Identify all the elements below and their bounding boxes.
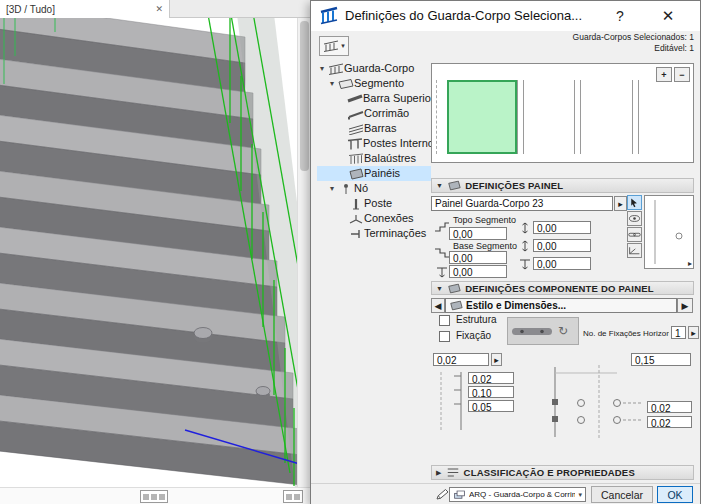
thickness-flyout-icon[interactable]: ▸	[491, 353, 502, 366]
link-button[interactable]	[627, 227, 642, 242]
topo-segmento-field[interactable]: 0,00	[449, 227, 507, 240]
remove-icon[interactable]: −	[674, 67, 690, 82]
fixings-count-label: No. de Fixações Horizontalme...	[583, 329, 669, 338]
panel-slots	[436, 80, 689, 154]
collapse-icon: ▼	[436, 285, 443, 292]
rails-icon	[347, 123, 364, 135]
section-title: DEFINIÇÕES PAINEL	[465, 180, 563, 191]
axis-icon	[628, 245, 641, 256]
tree-item-barras[interactable]: Barras	[317, 121, 431, 136]
add-icon[interactable]: +	[656, 67, 672, 82]
scroll-corner-fragment[interactable]	[283, 490, 303, 503]
panel-type-flyout-icon[interactable]: ▸	[614, 196, 627, 211]
tree-item-segmento[interactable]: ▾ Segmento	[317, 76, 431, 91]
panel-slot[interactable]	[581, 80, 631, 154]
tree-item-conexoes[interactable]: Conexões	[317, 211, 431, 226]
section-header-classification[interactable]: ▶ CLASSIFICAÇÃO E PROPRIEDADES	[431, 465, 694, 480]
terminations-icon	[347, 228, 364, 240]
section-title: CLASSIFICAÇÃO E PROPRIEDADES	[464, 467, 635, 478]
close-button[interactable]: ✕	[655, 3, 681, 29]
3d-viewport[interactable]: [3D / Tudo] ✕	[0, 0, 310, 504]
layers-icon	[453, 490, 466, 500]
panel-thickness-field[interactable]: 0,02	[433, 353, 489, 366]
tree-item-terminacoes[interactable]: Terminações	[317, 226, 431, 241]
next-style-icon[interactable]: ▶	[677, 298, 693, 313]
railing-icon	[327, 63, 344, 75]
topo-segmento-label: Topo Segmento	[453, 215, 516, 225]
tree-item-postes-internos[interactable]: Postes Internos	[317, 136, 431, 151]
panel-type-combo[interactable]: Painel Guarda-Corpo 23	[431, 196, 613, 211]
dim-a-field[interactable]: 0,02	[468, 372, 514, 384]
panel-offset-field-2[interactable]: 0,00	[533, 239, 591, 252]
dim-b-field[interactable]: 0,10	[468, 386, 514, 398]
offset-field[interactable]: 0,00	[449, 265, 507, 278]
expander-icon[interactable]: ▾	[327, 76, 337, 91]
post-icon	[347, 198, 364, 210]
tab-close-icon[interactable]: ✕	[151, 4, 163, 14]
tree-item-no[interactable]: ▾ Nó	[317, 181, 431, 196]
reload-icon[interactable]: ↻	[558, 324, 568, 338]
segment-preview[interactable]: + −	[431, 63, 694, 163]
expander-icon[interactable]: ▾	[327, 181, 337, 196]
panel-icon	[347, 168, 364, 180]
viewport-vertical-scrollbar[interactable]	[297, 18, 310, 487]
segment-top-icon	[434, 221, 450, 233]
panel-offset-field-3[interactable]: 0,00	[533, 257, 591, 270]
fixings-count-field[interactable]: 1	[671, 326, 686, 339]
dropdown-icon: ▾	[341, 42, 345, 50]
tree-item-balaustres[interactable]: Balaústres	[317, 151, 431, 166]
style-selector-label: Estilo e Dimensões...	[466, 300, 566, 311]
viewport-tab-label: [3D / Tudo]	[6, 4, 151, 15]
tree-item-corrimao[interactable]: Corrimão	[317, 106, 431, 121]
favorites-button[interactable]: ▾	[319, 36, 349, 56]
editable-count: Editável: 1	[573, 43, 694, 54]
estrutura-checkbox[interactable]	[439, 315, 450, 326]
tree-item-label: Poste	[364, 196, 392, 211]
link-icon	[628, 229, 641, 240]
tree-item-label: Barra Superior	[363, 91, 435, 106]
select-mode-button[interactable]	[627, 195, 642, 210]
base-segmento-field[interactable]: 0,00	[449, 251, 507, 264]
section-header-component-settings[interactable]: ▼ DEFINIÇÕES COMPONENTE DO PAINEL	[431, 281, 694, 295]
prev-style-icon[interactable]: ◀	[431, 298, 445, 313]
height-dim-icon	[517, 240, 533, 252]
viewport-tab[interactable]: [3D / Tudo] ✕	[0, 0, 170, 18]
cancel-button[interactable]: Cancelar	[591, 486, 653, 503]
estrutura-label: Estrutura	[456, 314, 497, 325]
dim-c-field[interactable]: 0,05	[468, 400, 514, 412]
tree-item-barra-superior[interactable]: Barra Superior	[317, 91, 431, 106]
tree-item-paineis[interactable]: Painéis	[317, 166, 431, 181]
selected-panel-slot[interactable]	[447, 80, 517, 154]
layer-value: ARQ - Guarda-Corpo & Corrimão	[469, 490, 575, 499]
tree-item-label: Postes Internos	[363, 136, 439, 151]
panel-icon	[447, 180, 461, 191]
tree-item-guarda-corpo[interactable]: ▾ Guarda-Corpo	[317, 61, 431, 76]
ok-button[interactable]: OK	[657, 486, 693, 503]
preview-flyout-icon[interactable]: ▸	[688, 259, 692, 268]
cursor-icon	[628, 197, 641, 208]
dialog-title-bar[interactable]: Definições do Guarda-Corpo Seleciona... …	[311, 1, 700, 31]
fixacao-checkbox[interactable]	[439, 331, 450, 342]
inner-posts-icon	[347, 138, 363, 150]
dim-r1-field[interactable]: 0,02	[647, 401, 692, 413]
section-header-panel-settings[interactable]: ▼ DEFINIÇÕES PAINEL	[431, 178, 694, 193]
layer-combo[interactable]: ARQ - Guarda-Corpo & Corrimão ▾	[449, 487, 586, 502]
panel-offset-field-1[interactable]: 0,00	[533, 221, 591, 234]
height-dim-icon	[517, 222, 533, 234]
tree-item-label: Guarda-Corpo	[344, 61, 414, 76]
pet-palette-fragment[interactable]	[140, 490, 168, 503]
panel-preview-box[interactable]: ▸	[644, 195, 694, 269]
fixation-preview[interactable]: ↻	[507, 317, 579, 345]
style-selector[interactable]: Estilo e Dimensões...	[445, 298, 677, 313]
axis-button[interactable]	[627, 243, 642, 258]
help-button[interactable]: ?	[609, 5, 631, 27]
tree-item-poste[interactable]: Poste	[317, 196, 431, 211]
visibility-button[interactable]	[627, 211, 642, 226]
fixings-flyout-icon[interactable]: ▸	[688, 326, 699, 339]
selected-count: Guarda-Corpos Selecionados: 1	[573, 32, 694, 43]
panel-slot[interactable]	[524, 80, 574, 154]
dim-r2-field[interactable]: 0,02	[647, 416, 692, 428]
scrollbar-thumb[interactable]	[300, 21, 309, 171]
expander-icon[interactable]: ▾	[317, 61, 327, 76]
panel-slot[interactable]	[639, 80, 689, 154]
